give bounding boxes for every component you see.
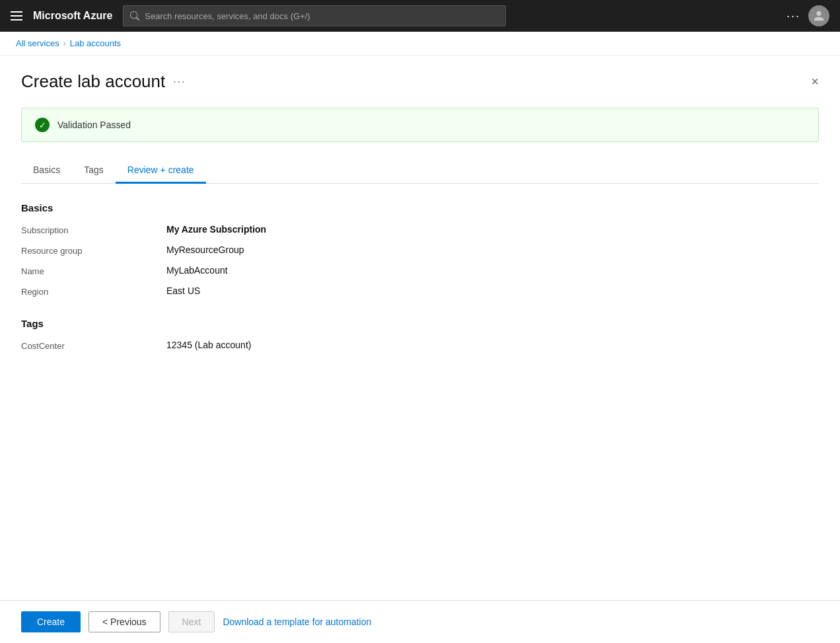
validation-text: Validation Passed xyxy=(57,120,131,130)
page-header: Create lab account ··· × xyxy=(21,71,819,92)
page-menu-button[interactable]: ··· xyxy=(173,76,186,88)
search-input[interactable] xyxy=(145,11,499,21)
tab-basics[interactable]: Basics xyxy=(21,158,72,184)
validation-banner: ✓ Validation Passed xyxy=(21,108,819,142)
search-icon xyxy=(130,11,139,20)
footer: Create < Previous Next Download a templa… xyxy=(0,600,840,643)
tab-tags[interactable]: Tags xyxy=(72,158,116,184)
name-value: MyLabAccount xyxy=(166,265,819,276)
validation-check-icon: ✓ xyxy=(35,118,50,132)
subscription-label: Subscription xyxy=(21,224,166,235)
tags-fields: CostCenter 12345 (Lab account) xyxy=(21,340,819,351)
top-nav: Microsoft Azure ··· xyxy=(0,0,840,32)
breadcrumb-sep-1: › xyxy=(63,39,66,48)
page-title: Create lab account xyxy=(21,71,165,92)
region-value: East US xyxy=(166,285,819,297)
resource-group-label: Resource group xyxy=(21,245,166,256)
name-label: Name xyxy=(21,265,166,276)
region-label: Region xyxy=(21,285,166,297)
tab-review-create[interactable]: Review + create xyxy=(116,158,206,184)
download-template-link[interactable]: Download a template for automation xyxy=(223,617,371,627)
breadcrumb-lab-accounts[interactable]: Lab accounts xyxy=(70,38,121,48)
tabs: Basics Tags Review + create xyxy=(21,158,819,184)
search-bar[interactable] xyxy=(123,5,506,26)
brand-name: Microsoft Azure xyxy=(33,10,112,22)
previous-button[interactable]: < Previous xyxy=(88,611,160,632)
user-avatar[interactable] xyxy=(808,5,829,26)
next-button: Next xyxy=(168,611,215,632)
page-title-row: Create lab account ··· xyxy=(21,71,186,92)
tags-section-title: Tags xyxy=(21,318,819,329)
main-content: Create lab account ··· × ✓ Validation Pa… xyxy=(0,56,840,640)
nav-actions: ··· xyxy=(787,5,829,26)
breadcrumb-all-services[interactable]: All services xyxy=(16,38,59,48)
breadcrumb: All services › Lab accounts xyxy=(0,32,840,56)
resource-group-value: MyResourceGroup xyxy=(166,245,819,256)
tags-section: Tags CostCenter 12345 (Lab account) xyxy=(21,318,819,351)
cost-center-value: 12345 (Lab account) xyxy=(166,340,819,351)
create-button[interactable]: Create xyxy=(21,611,81,632)
subscription-value: My Azure Subscription xyxy=(166,224,819,235)
cost-center-label: CostCenter xyxy=(21,340,166,351)
nav-more-button[interactable]: ··· xyxy=(787,9,800,23)
basics-fields: Subscription My Azure Subscription Resou… xyxy=(21,224,819,297)
basics-section: Basics Subscription My Azure Subscriptio… xyxy=(21,202,819,297)
basics-section-title: Basics xyxy=(21,202,819,213)
close-button[interactable]: × xyxy=(811,74,819,89)
hamburger-menu[interactable] xyxy=(11,11,22,20)
